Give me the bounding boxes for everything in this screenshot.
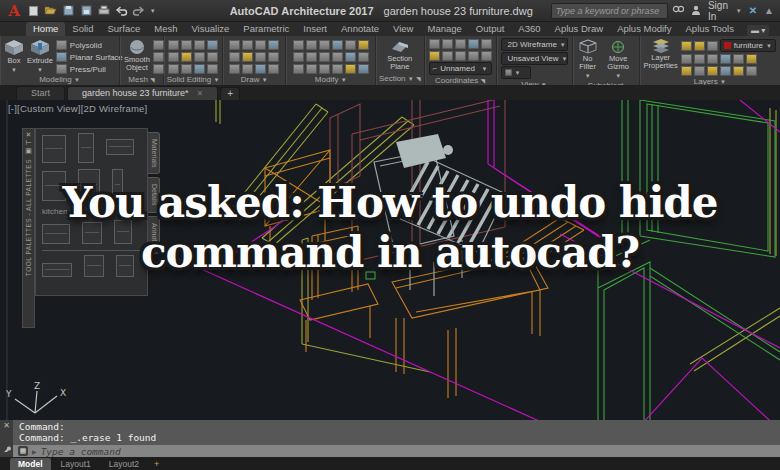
tool-icon[interactable] <box>153 52 164 62</box>
tab-aplus-draw[interactable]: Aplus Draw <box>548 22 611 36</box>
tool-icon[interactable] <box>306 52 317 62</box>
tab-solid[interactable]: Solid <box>65 22 100 36</box>
tool-icon[interactable] <box>242 40 253 50</box>
panel-label-section[interactable]: Section ▼ ◥ <box>376 73 424 85</box>
tool-icon[interactable] <box>242 52 253 62</box>
command-input[interactable]: ▦ ▶ Type a command <box>13 445 780 457</box>
tool-icon[interactable] <box>358 64 369 74</box>
layout1-tab[interactable]: Layout1 <box>53 458 99 470</box>
tool-icon[interactable] <box>746 54 757 64</box>
tool-icon[interactable] <box>229 52 240 62</box>
tool-icon[interactable] <box>168 40 179 50</box>
tool-icon[interactable] <box>181 40 192 50</box>
tool-icon[interactable] <box>207 52 218 62</box>
tab-surface[interactable]: Surface <box>100 22 147 36</box>
tool-icon[interactable] <box>229 64 240 74</box>
tool-icon[interactable] <box>345 40 356 50</box>
new-drawing-tab-button[interactable]: + <box>220 87 240 100</box>
tool-icon[interactable] <box>345 64 356 74</box>
layer-properties-button[interactable]: Layer Properties <box>644 38 678 70</box>
help-search-input[interactable]: Type a keyword or phrase <box>551 3 668 19</box>
tab-visualize[interactable]: Visualize <box>184 22 236 36</box>
tool-icon[interactable] <box>207 40 218 50</box>
tool-icon[interactable] <box>153 40 164 50</box>
tool-icon[interactable] <box>306 64 317 74</box>
search-icon[interactable] <box>672 5 684 16</box>
tool-icon[interactable] <box>694 54 705 64</box>
drawing-tab[interactable]: garden house 23 furniture*✕ <box>67 86 218 100</box>
tab-insert[interactable]: Insert <box>296 22 334 36</box>
tab-output[interactable]: Output <box>469 22 512 36</box>
autocad-logo-icon[interactable]: A <box>6 2 22 20</box>
tab-a360[interactable]: A360 <box>511 22 547 36</box>
tool-icon[interactable] <box>255 40 266 50</box>
press-pull-button[interactable]: Press/Pull <box>56 64 123 74</box>
layer-dropdown[interactable]: furniture▼ <box>720 39 776 52</box>
layer-lock-icon[interactable] <box>707 41 718 51</box>
palette-close-icon[interactable]: ✕ <box>26 131 32 139</box>
exchange-apps-icon[interactable]: ✕ <box>749 5 757 16</box>
tool-icon[interactable] <box>194 40 205 50</box>
command-history[interactable]: Command: Command: _.erase 1 found <box>13 420 780 445</box>
tool-icon[interactable] <box>181 52 192 62</box>
palette-autohide-icon[interactable]: ⊢ <box>25 139 31 147</box>
move-gizmo-button[interactable]: Move Gizmo▼ <box>602 38 635 80</box>
stay-connected-icon[interactable]: ▲ <box>764 5 774 16</box>
user-icon[interactable] <box>691 5 701 16</box>
tool-icon[interactable] <box>153 64 164 74</box>
tool-icon[interactable] <box>455 39 466 49</box>
model-tab[interactable]: Model <box>10 458 51 470</box>
undo-icon[interactable] <box>114 3 128 18</box>
kitchen-block-tool[interactable] <box>42 135 66 163</box>
kitchen-block-tool[interactable] <box>78 133 94 163</box>
planar-surface-button[interactable]: Planar Surface <box>56 52 123 62</box>
save-icon[interactable] <box>62 3 76 18</box>
start-tab[interactable]: Start <box>16 86 65 100</box>
sign-in-button[interactable]: Sign In <box>708 0 729 22</box>
layer-on-icon[interactable] <box>681 41 692 51</box>
tool-icon[interactable] <box>442 39 453 49</box>
tool-icon[interactable] <box>455 51 466 61</box>
ribbon-display-toggle[interactable]: ▬ ▾ <box>747 25 769 36</box>
command-customize-icon[interactable] <box>3 445 11 455</box>
sign-in-dropdown-icon[interactable]: ▼ <box>736 8 742 14</box>
tool-icon[interactable] <box>268 40 279 50</box>
polysolid-button[interactable]: Polysolid <box>56 40 123 50</box>
tool-icon[interactable] <box>345 52 356 62</box>
command-close-icon[interactable]: ✕ <box>3 422 10 430</box>
tool-icon[interactable] <box>707 54 718 64</box>
tool-icon[interactable] <box>468 51 479 61</box>
tool-icon[interactable] <box>306 40 317 50</box>
ucs-named-dropdown[interactable]: ⌐Unnamed▼ <box>429 62 492 75</box>
tool-icon[interactable] <box>442 51 453 61</box>
tool-icon[interactable] <box>358 52 369 62</box>
kitchen-block-tool[interactable] <box>106 139 134 155</box>
extrude-button[interactable]: Extrude▼ <box>27 38 53 74</box>
plot-icon[interactable] <box>97 3 111 18</box>
tool-icon[interactable] <box>481 39 492 49</box>
tab-aplus-tools[interactable]: Aplus Tools <box>679 22 741 36</box>
tool-icon[interactable] <box>293 64 304 74</box>
tool-icon[interactable] <box>168 64 179 74</box>
tab-mesh[interactable]: Mesh <box>147 22 184 36</box>
tool-icon[interactable] <box>733 54 744 64</box>
no-filter-button[interactable]: No Filter▼ <box>577 38 599 80</box>
tool-icon[interactable] <box>207 64 218 74</box>
tab-home[interactable]: Home <box>26 22 65 36</box>
tool-icon[interactable] <box>293 52 304 62</box>
tool-icon[interactable] <box>319 40 330 50</box>
redo-icon[interactable] <box>132 3 146 18</box>
tool-icon[interactable] <box>429 39 440 49</box>
tab-aplus-modify[interactable]: Aplus Modify <box>610 22 678 36</box>
layout2-tab[interactable]: Layout2 <box>101 458 147 470</box>
tool-icon[interactable] <box>681 54 692 64</box>
tab-annotate[interactable]: Annotate <box>334 22 386 36</box>
tool-icon[interactable] <box>268 64 279 74</box>
viewport-config-dropdown[interactable]: ▼ <box>501 66 531 79</box>
tool-icon[interactable] <box>429 51 440 61</box>
tool-icon[interactable] <box>319 52 330 62</box>
tool-icon[interactable] <box>255 52 266 62</box>
open-file-icon[interactable] <box>44 3 58 18</box>
tool-icon[interactable] <box>332 64 343 74</box>
tool-icon[interactable] <box>181 64 192 74</box>
